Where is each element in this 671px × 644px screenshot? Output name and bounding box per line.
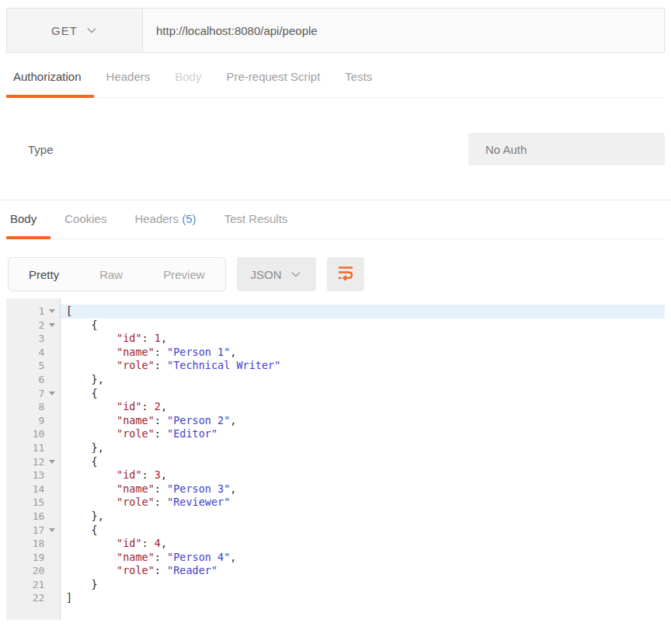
gutter-row: 19 — [6, 551, 60, 565]
code-line: }, — [61, 441, 665, 455]
method-label: GET — [51, 24, 78, 37]
code-line: { — [61, 387, 665, 401]
code-line: "id": 3, — [61, 468, 665, 482]
line-number: 12 — [6, 455, 44, 469]
preview-button[interactable]: Preview — [143, 258, 224, 291]
gutter-row[interactable]: 17 — [6, 524, 60, 538]
tab-body[interactable]: Body — [162, 68, 214, 98]
tab-tests[interactable]: Tests — [332, 68, 384, 98]
line-number: 1 — [6, 305, 44, 319]
code-line: }, — [61, 510, 665, 524]
response-view-controls: Pretty Raw Preview JSON — [6, 257, 665, 291]
gutter-row[interactable]: 2 — [6, 319, 60, 332]
code-line: "name": "Person 3", — [61, 482, 665, 496]
tab-response-headers[interactable]: Headers (5) — [120, 211, 210, 239]
line-number: 14 — [6, 482, 44, 496]
gutter-row: 15 — [6, 496, 60, 510]
chevron-down-icon — [85, 24, 98, 37]
gutter-row: 22 — [6, 591, 60, 605]
code-line: { — [61, 319, 665, 332]
method-dropdown[interactable]: GET — [7, 9, 143, 52]
view-mode-group: Pretty Raw Preview — [8, 257, 226, 291]
line-number: 3 — [6, 332, 44, 346]
gutter-row[interactable]: 1 — [6, 305, 60, 319]
code-line: { — [61, 524, 665, 538]
code-line: "role": "Reviewer" — [61, 496, 665, 510]
auth-type-select[interactable]: No Auth — [468, 133, 665, 165]
line-number: 20 — [6, 564, 44, 578]
tab-headers[interactable]: Headers — [94, 68, 163, 98]
code-line: [ — [61, 305, 665, 319]
line-number: 4 — [6, 346, 44, 360]
line-number: 22 — [6, 591, 44, 605]
code-line: "role": "Technical Writer" — [61, 359, 665, 373]
chevron-down-icon — [290, 268, 302, 280]
raw-button[interactable]: Raw — [79, 258, 143, 291]
gutter-row[interactable]: 7 — [6, 387, 60, 401]
code-line: { — [61, 455, 665, 469]
code-line: "name": "Person 4", — [61, 551, 665, 565]
gutter-row: 6 — [6, 373, 60, 387]
url-input[interactable]: http://localhost:8080/api/people — [143, 9, 664, 52]
tab-pre-request-script[interactable]: Pre-request Script — [214, 68, 332, 98]
fold-toggle-icon[interactable] — [49, 323, 55, 327]
code-line: }, — [61, 373, 665, 387]
gutter-row: 11 — [6, 441, 60, 455]
language-label: JSON — [251, 268, 282, 281]
code-line: } — [61, 578, 665, 592]
auth-type-label: Type — [28, 143, 54, 156]
fold-toggle-icon[interactable] — [49, 309, 55, 313]
code-line: "role": "Editor" — [61, 427, 665, 441]
gutter-row: 10 — [6, 427, 60, 441]
line-number: 10 — [6, 427, 44, 441]
language-dropdown[interactable]: JSON — [237, 257, 316, 291]
line-number: 15 — [6, 496, 44, 510]
gutter-row: 5 — [6, 359, 60, 373]
response-tabs: Body Cookies Headers (5) Test Results — [6, 211, 665, 239]
line-number: 18 — [6, 537, 44, 551]
gutter-row: 18 — [6, 537, 60, 551]
line-number: 2 — [6, 319, 44, 332]
line-number: 21 — [6, 578, 44, 592]
code-line: "id": 4, — [61, 537, 665, 551]
line-number: 8 — [6, 400, 44, 414]
gutter-row: 3 — [6, 332, 60, 346]
code-line: "name": "Person 1", — [61, 346, 665, 360]
request-tabs: Authorization Headers Body Pre-request S… — [6, 68, 665, 98]
code-line: "name": "Person 2", — [61, 414, 665, 428]
headers-count-badge: (5) — [182, 212, 196, 225]
tab-response-cookies[interactable]: Cookies — [50, 211, 120, 239]
gutter-row: 13 — [6, 468, 60, 482]
response-body-editor[interactable]: 12345678910111213141516171819202122 [ { … — [6, 298, 665, 620]
wrap-text-icon — [336, 263, 355, 285]
tab-authorization[interactable]: Authorization — [6, 68, 94, 98]
code-line: "id": 1, — [61, 332, 665, 346]
gutter-row: 20 — [6, 564, 60, 578]
fold-toggle-icon[interactable] — [49, 528, 55, 532]
request-url-bar: GET http://localhost:8080/api/people — [6, 8, 665, 53]
gutter-row[interactable]: 12 — [6, 455, 60, 469]
gutter-row: 9 — [6, 414, 60, 428]
wrap-text-button[interactable] — [327, 257, 364, 291]
gutter-row: 14 — [6, 482, 60, 496]
pretty-button[interactable]: Pretty — [9, 258, 79, 291]
code-line: "role": "Reader" — [61, 564, 665, 578]
gutter-row: 16 — [6, 510, 60, 524]
line-number: 16 — [6, 510, 44, 524]
fold-toggle-icon[interactable] — [49, 392, 55, 395]
fold-toggle-icon[interactable] — [49, 460, 55, 464]
line-number: 13 — [6, 468, 44, 482]
tab-response-body[interactable]: Body — [6, 211, 50, 239]
editor-code: [ { "id": 1, "name": "Person 1", "role":… — [61, 298, 665, 620]
line-number: 6 — [6, 373, 44, 387]
code-line: ] — [61, 591, 665, 605]
line-number: 17 — [6, 524, 44, 538]
line-number: 5 — [6, 359, 44, 373]
gutter-row: 8 — [6, 400, 60, 414]
tab-test-results[interactable]: Test Results — [210, 211, 302, 239]
app-window: GET http://localhost:8080/api/people Aut… — [6, 8, 665, 620]
authorization-panel: Type No Auth — [6, 98, 665, 200]
line-number: 7 — [6, 387, 44, 401]
line-number: 9 — [6, 414, 44, 428]
gutter-row: 4 — [6, 346, 60, 360]
